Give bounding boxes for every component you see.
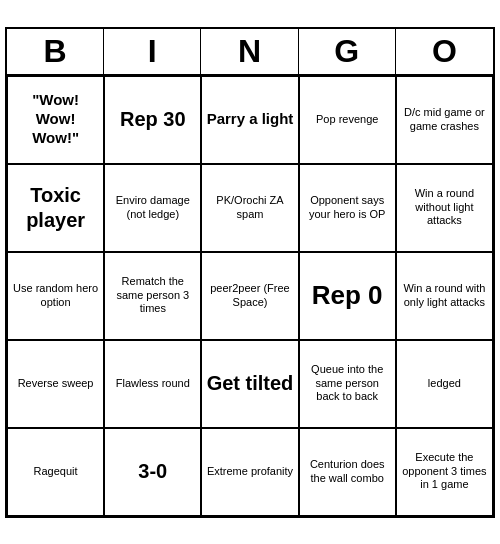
bingo-cell-12[interactable]: peer2peer (Free Space) <box>201 252 298 340</box>
header-letter-n: N <box>201 29 298 74</box>
bingo-cell-8[interactable]: Opponent says your hero is OP <box>299 164 396 252</box>
bingo-grid: "Wow! Wow! Wow!"Rep 30Parry a lightPop r… <box>7 76 493 516</box>
header-letter-b: B <box>7 29 104 74</box>
bingo-cell-7[interactable]: PK/Orochi ZA spam <box>201 164 298 252</box>
bingo-cell-17[interactable]: Get tilted <box>201 340 298 428</box>
bingo-card: BINGO "Wow! Wow! Wow!"Rep 30Parry a ligh… <box>5 27 495 518</box>
bingo-cell-19[interactable]: ledged <box>396 340 493 428</box>
bingo-cell-9[interactable]: Win a round without light attacks <box>396 164 493 252</box>
header-letter-o: O <box>396 29 493 74</box>
bingo-cell-4[interactable]: D/c mid game or game crashes <box>396 76 493 164</box>
bingo-cell-1[interactable]: Rep 30 <box>104 76 201 164</box>
bingo-cell-5[interactable]: Toxic player <box>7 164 104 252</box>
bingo-cell-16[interactable]: Flawless round <box>104 340 201 428</box>
bingo-cell-6[interactable]: Enviro damage (not ledge) <box>104 164 201 252</box>
bingo-cell-3[interactable]: Pop revenge <box>299 76 396 164</box>
bingo-cell-22[interactable]: Extreme profanity <box>201 428 298 516</box>
bingo-cell-10[interactable]: Use random hero option <box>7 252 104 340</box>
bingo-cell-14[interactable]: Win a round with only light attacks <box>396 252 493 340</box>
bingo-cell-24[interactable]: Execute the opponent 3 times in 1 game <box>396 428 493 516</box>
bingo-cell-0[interactable]: "Wow! Wow! Wow!" <box>7 76 104 164</box>
bingo-cell-13[interactable]: Rep 0 <box>299 252 396 340</box>
header-letter-i: I <box>104 29 201 74</box>
bingo-cell-21[interactable]: 3-0 <box>104 428 201 516</box>
bingo-cell-2[interactable]: Parry a light <box>201 76 298 164</box>
bingo-cell-20[interactable]: Ragequit <box>7 428 104 516</box>
bingo-cell-18[interactable]: Queue into the same person back to back <box>299 340 396 428</box>
header-letter-g: G <box>299 29 396 74</box>
bingo-cell-23[interactable]: Centurion does the wall combo <box>299 428 396 516</box>
bingo-cell-11[interactable]: Rematch the same person 3 times <box>104 252 201 340</box>
bingo-header: BINGO <box>7 29 493 76</box>
bingo-cell-15[interactable]: Reverse sweep <box>7 340 104 428</box>
